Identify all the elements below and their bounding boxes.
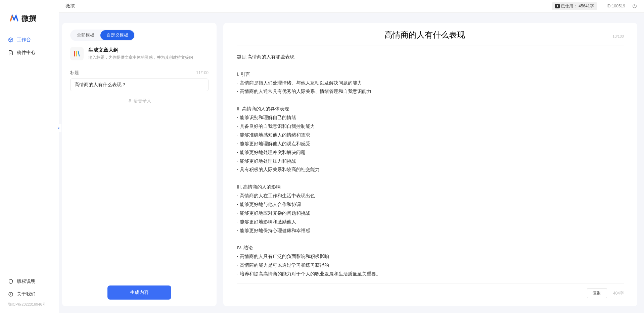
logo-icon xyxy=(9,14,19,23)
brand-logo: 微撰 xyxy=(0,0,59,34)
chevron-left-icon xyxy=(57,126,60,130)
output-word-count: 404字 xyxy=(613,291,624,296)
tab-custom-templates[interactable]: 自定义模板 xyxy=(100,30,134,40)
cube-icon xyxy=(8,37,13,43)
template-card: 生成文章大纲 输入标题，为你提供文章主体的灵感，并为其创建推文提纲 xyxy=(70,47,209,60)
output-title-count: 10/100 xyxy=(612,34,624,38)
copy-button[interactable]: 复制 xyxy=(587,288,607,298)
generate-button[interactable]: 生成内容 xyxy=(107,285,171,300)
shield-icon xyxy=(8,279,13,284)
template-title: 生成文章大纲 xyxy=(88,47,193,53)
input-panel: 全部模板 自定义模板 生成文章大纲 输入标题，为你提供文章主体的灵感，并为其创建… xyxy=(62,23,217,306)
svg-point-1 xyxy=(11,293,11,294)
nav-drafts[interactable]: 稿件中心 xyxy=(3,46,55,59)
nav-label: 稿件中心 xyxy=(17,50,36,56)
topbar: 微撰 T 已使用：45641字 ID:100519 xyxy=(59,0,644,13)
usage-badge: T 已使用：45641字 xyxy=(552,2,597,10)
tab-all-templates[interactable]: 全部模板 xyxy=(71,30,100,40)
voice-label: 语音录入 xyxy=(134,98,151,104)
text-count-icon: T xyxy=(555,4,560,8)
link-about[interactable]: 关于我们 xyxy=(3,288,55,301)
output-panel: 高情商的人有什么表现 10/100 题目:高情商的人有哪些表现 I. 引言 - … xyxy=(223,23,637,306)
svg-rect-2 xyxy=(129,99,131,101)
output-body: 题目:高情商的人有哪些表现 I. 引言 - 高情商是指人们处理情绪、与他人互动以… xyxy=(237,53,624,278)
brand-name: 微撰 xyxy=(21,13,36,23)
sidebar-collapse-toggle[interactable] xyxy=(56,124,61,132)
nav-workspace[interactable]: 工作台 xyxy=(3,34,55,46)
link-copyright[interactable]: 版权说明 xyxy=(3,275,55,288)
sidebar-nav: 工作台 稿件中心 xyxy=(0,34,59,275)
usage-label: 已使用： xyxy=(561,3,577,9)
page-title: 微撰 xyxy=(65,3,552,9)
link-label: 版权说明 xyxy=(17,278,36,284)
user-id: ID:100519 xyxy=(607,4,625,8)
voice-input-button[interactable]: 语音录入 xyxy=(70,98,209,104)
sidebar: 微撰 工作台 稿件中心 版权说明 关于我们 鄂ICP备2022016946号 xyxy=(0,0,59,313)
info-icon xyxy=(8,292,13,297)
power-icon[interactable] xyxy=(632,3,637,9)
microphone-icon xyxy=(128,99,132,103)
template-desc: 输入标题，为你提供文章主体的灵感，并为其创建推文提纲 xyxy=(88,55,193,60)
icp-text: 鄂ICP备2022016946号 xyxy=(3,301,55,310)
title-input[interactable] xyxy=(70,79,209,91)
nav-label: 工作台 xyxy=(17,37,31,43)
sidebar-bottom: 版权说明 关于我们 鄂ICP备2022016946号 xyxy=(0,275,59,313)
template-tabs: 全部模板 自定义模板 xyxy=(70,30,135,41)
usage-value: 45641字 xyxy=(579,3,594,9)
link-label: 关于我们 xyxy=(17,291,36,297)
document-icon xyxy=(8,50,13,55)
field-char-count: 11/100 xyxy=(196,70,209,75)
field-label: 标题 xyxy=(70,70,79,76)
output-title: 高情商的人有什么表现 xyxy=(237,30,612,40)
template-icon xyxy=(70,47,84,60)
